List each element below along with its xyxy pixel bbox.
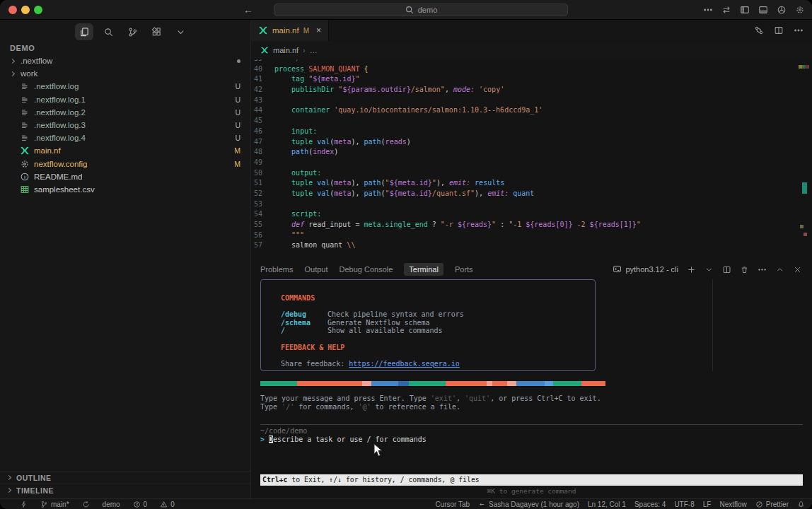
tree-item--nextflow-log-1[interactable]: .nextflow.log.1U [0,93,250,106]
feedback-link[interactable]: https://feedback.seqera.io [349,360,460,368]
statusbar-item[interactable] [20,501,28,508]
terminal-line [281,302,595,310]
statusbar-item-nextflow[interactable]: Nextflow [719,501,746,508]
more-icon[interactable] [794,25,804,35]
statusbar-item-main[interactable]: main* [40,501,69,508]
line-number: 54 [251,210,274,221]
statusbar-item-lf[interactable]: LF [703,501,712,508]
source-control-icon[interactable] [123,23,141,40]
more-icon[interactable] [757,264,767,274]
macos-close-button[interactable] [8,6,17,14]
search-icon[interactable] [99,23,117,40]
ruler-mark [806,65,809,69]
mouse-cursor [373,443,383,457]
close-icon[interactable] [792,264,802,274]
ruler-mark [802,65,806,69]
statusbar-item-0[interactable]: 0 [133,501,148,508]
chevron-right-icon [10,59,15,64]
color-bar-segment [260,381,297,386]
color-bar-segment [362,381,371,386]
macos-minimize-button[interactable] [21,6,30,14]
tree-item--nextflow-log[interactable]: .nextflow.logU [0,80,250,93]
breadcrumb-more[interactable]: … [310,46,318,54]
terminal-instance-label[interactable]: python3.12 - cli [613,264,678,275]
panel-tab-ports[interactable]: Ports [455,265,473,274]
macos-zoom-button[interactable] [34,6,42,14]
swap-icon[interactable] [721,5,731,15]
tab-close-icon[interactable]: × [316,25,321,35]
more-icon[interactable] [703,5,713,15]
code-line: 48 path(index) [251,148,812,158]
chevron-down-icon[interactable] [171,23,190,40]
panel-actions: python3.12 - cli [613,260,802,279]
command-center-search[interactable]: demo [274,4,568,16]
statusbar-item-cursor-tab[interactable]: Cursor Tab [435,501,470,508]
toggle-panel-icon[interactable] [758,5,768,15]
ruler-mark [802,182,807,194]
tree-item--nextflow-log-4[interactable]: .nextflow.log.4U [0,131,250,144]
file-name: .nextflow.log.3 [34,121,235,129]
color-bar-segment [581,381,605,386]
explorer-section-header[interactable]: DEMO [10,44,35,52]
color-bar-segment [409,381,446,386]
tree-item-README-md[interactable]: README.md [0,170,250,183]
file-name: .nextflow.log.2 [34,108,235,117]
terminal-cwd: ~/code/demo [260,427,307,435]
file-name: nextflow.config [34,160,234,168]
info-icon [20,172,30,182]
statusbar-item[interactable] [82,501,90,508]
search-text: demo [418,6,438,14]
tree-item-samplesheet-csv[interactable]: samplesheet.csv [0,183,250,196]
file-name: work [21,69,240,78]
panel-tab-terminal[interactable]: Terminal [404,263,443,276]
chevron-up-icon[interactable] [775,264,784,274]
statusbar-item-spaces-4[interactable]: Spaces: 4 [634,501,666,508]
gear-icon[interactable] [795,5,805,15]
statusbar-item-utf-8[interactable]: UTF-8 [674,501,694,508]
statusbar-item-sasha-dagayev-1-hour-ago[interactable]: Sasha Dagayev (1 hour ago) [478,501,579,508]
timeline-section[interactable]: TIMELINE [0,484,250,496]
split-icon[interactable] [774,25,784,35]
timeline-label: TIMELINE [16,486,54,495]
tree-item--nextflow[interactable]: .nextflow [0,54,250,67]
ruler-mark [804,233,807,236]
code-editor[interactable]: 39 */40process SALMON_QUANT {41 tag "${m… [251,59,812,260]
panel-tab-output[interactable]: Output [304,265,327,274]
git-status-badge: U [235,108,240,117]
split-icon[interactable] [721,264,731,274]
search-icon [405,5,414,15]
statusbar-item-demo[interactable]: demo [103,501,120,508]
statusbar-item-ln-12-col-1[interactable]: Ln 12, Col 1 [588,501,626,508]
tab-main-nf[interactable]: main.nf M × [251,20,329,41]
tree-item--nextflow-log-2[interactable]: .nextflow.log.2U [0,106,250,119]
panel-tab-debug-console[interactable]: Debug Console [340,265,393,274]
terminal-prompt[interactable]: > Describe a task or use / for commands [260,435,427,443]
line-number: 51 [251,179,274,189]
statusbar-item-0[interactable]: 0 [160,501,175,508]
chevron-down-icon[interactable] [704,264,714,274]
nav-back-icon[interactable]: ← [242,4,255,16]
trash-icon[interactable] [739,264,749,274]
layout-icon[interactable] [777,5,787,15]
code-line: 50 output: [251,169,812,180]
tab-label: main.nf [272,26,299,35]
panel-tab-problems[interactable]: Problems [260,265,293,274]
breadcrumb[interactable]: main.nf › … [251,41,812,59]
toggle-sidebar-icon[interactable] [740,5,750,15]
files-icon[interactable] [75,23,93,40]
code-line: 47 tuple val(meta), path(reads) [251,138,812,148]
tree-item-main-nf[interactable]: main.nfM [0,144,250,157]
statusbar-item-prettier[interactable]: Prettier [755,501,789,508]
plus-icon[interactable] [686,264,696,274]
code-line: 43 [251,96,812,107]
breadcrumb-file[interactable]: main.nf [273,46,298,54]
terminal-input-text[interactable]: escribe a task or use / for commands [273,435,427,443]
statusbar-item[interactable] [797,501,805,508]
tree-item--nextflow-log-3[interactable]: .nextflow.log.3U [0,119,250,131]
remote-icon [20,501,28,508]
tree-item-work[interactable]: work [0,67,250,80]
compare-icon[interactable] [754,25,764,35]
outline-section[interactable]: OUTLINE [0,471,250,484]
extensions-icon[interactable] [147,23,166,40]
tree-item-nextflow-config[interactable]: nextflow.configM [0,158,250,170]
